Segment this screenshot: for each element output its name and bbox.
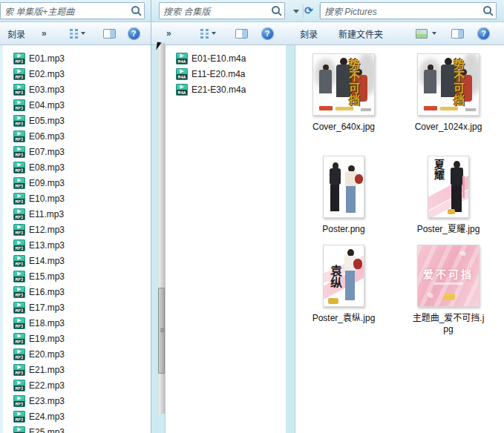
audio-file-icon: MP3 [13, 426, 25, 433]
change-view-icon[interactable] [416, 29, 428, 39]
thumbnail-xia-image[interactable]: 夏耀 [428, 156, 469, 218]
file-label: Cover_640x.jpg [312, 122, 375, 133]
thumbnail-duo-image[interactable] [323, 156, 364, 218]
help-icon[interactable]: ? [128, 27, 140, 40]
file-row[interactable]: M4AE01-E10.m4a [166, 50, 286, 66]
audio-format-label: MP3 [14, 417, 24, 422]
audio-file-icon: MP3 [13, 333, 25, 345]
file-row[interactable]: MP3E13.mp3 [3, 237, 151, 253]
search-box[interactable] [320, 2, 497, 19]
audio-format-label: MP3 [14, 199, 24, 204]
toolbar-overflow-button[interactable]: » [163, 26, 174, 41]
chevron-down-icon[interactable] [432, 32, 436, 35]
file-row[interactable]: MP3E02.mp3 [3, 66, 151, 82]
file-row[interactable]: M4AE11-E20.m4a [166, 66, 286, 82]
file-name: E21-E30.m4a [192, 85, 246, 95]
file-row[interactable]: MP3E17.mp3 [3, 300, 151, 315]
preview-pane-icon[interactable] [103, 29, 116, 39]
play-icon [176, 67, 188, 74]
change-view-icon[interactable] [69, 28, 79, 39]
audio-file-icon: MP3 [13, 286, 25, 298]
preview-pane-icon[interactable] [451, 29, 464, 39]
audio-file-icon: MP3 [13, 208, 25, 220]
audio-format-label: M4A [177, 74, 187, 79]
file-row[interactable]: MP3E04.mp3 [3, 97, 151, 113]
file-row[interactable]: MP3E16.mp3 [3, 284, 151, 300]
audio-format-label: MP3 [14, 121, 24, 126]
new-folder-button[interactable]: 新建文件夹 [336, 25, 386, 42]
search-input[interactable] [321, 3, 496, 19]
burn-button[interactable]: 刻录 [4, 25, 28, 42]
file-name: E21.mp3 [29, 365, 65, 375]
chevron-down-icon[interactable] [212, 32, 216, 35]
file-row[interactable]: MP3E15.mp3 [3, 268, 151, 284]
file-row[interactable]: MP3E21.mp3 [3, 362, 151, 377]
preview-pane-icon[interactable] [235, 29, 248, 39]
play-icon [13, 394, 25, 401]
thumbnail-item[interactable]: 袁纵Poster_袁纵.jpg [300, 245, 387, 324]
file-row[interactable]: MP3E20.mp3 [3, 346, 151, 362]
file-row[interactable]: MP3E18.mp3 [3, 315, 151, 331]
command-toolbar: » ? [151, 22, 289, 45]
file-row[interactable]: MP3E12.mp3 [3, 222, 151, 237]
address-history-chevron-icon[interactable] [293, 10, 299, 13]
audio-file-icon: MP3 [13, 99, 25, 111]
search-box[interactable] [159, 2, 285, 19]
play-icon [13, 301, 25, 308]
file-row[interactable]: MP3E09.mp3 [3, 175, 151, 191]
chevron-down-icon[interactable] [81, 32, 85, 35]
audio-file-icon: MP3 [13, 364, 25, 376]
thumbnail-yuan-image[interactable]: 袁纵 [323, 245, 364, 307]
file-row[interactable]: MP3E19.mp3 [3, 331, 151, 346]
explorer-window-singles: 刻录 » ? MP3E01.mp3MP3E02.mp3MP3E03.mp3MP3… [0, 0, 151, 433]
play-icon [13, 363, 25, 370]
thumbnail-item[interactable]: Poster.png [300, 156, 387, 235]
thumbnail-item[interactable]: 爱不可挡主题曲_爱不可挡.jpg [405, 245, 492, 335]
search-box[interactable] [0, 2, 145, 19]
file-row[interactable]: MP3E23.mp3 [3, 393, 151, 409]
refresh-icon[interactable] [304, 5, 313, 16]
thumbnail-cover-image[interactable]: 势不可挡 [312, 53, 375, 116]
help-icon[interactable]: ? [261, 27, 274, 40]
thumbnail-theme-image[interactable]: 爱不可挡 [417, 245, 480, 307]
play-icon [13, 130, 25, 136]
thumbnail-item[interactable]: 势不可挡Cover_640x.jpg [300, 53, 387, 133]
file-row[interactable]: MP3E14.mp3 [3, 253, 151, 268]
audio-format-label: MP3 [14, 323, 24, 328]
file-row[interactable]: M4AE21-E30.m4a [166, 82, 286, 97]
file-list: M4AE01-E10.m4aM4AE11-E20.m4aM4AE21-E30.m… [166, 45, 286, 97]
help-icon[interactable]: ? [477, 27, 490, 40]
file-row[interactable]: MP3E06.mp3 [3, 128, 151, 144]
file-name: E12.mp3 [29, 225, 65, 235]
file-row[interactable]: MP3E03.mp3 [3, 82, 151, 97]
file-row[interactable]: MP3E01.mp3 [3, 50, 151, 66]
audio-file-icon: MP3 [13, 193, 25, 205]
play-icon [13, 83, 25, 90]
search-icon [482, 6, 493, 16]
search-input[interactable] [1, 3, 144, 19]
audio-file-icon: MP3 [13, 239, 25, 251]
file-row[interactable]: MP3E07.mp3 [3, 144, 151, 159]
audio-format-label: MP3 [14, 74, 24, 79]
file-row[interactable]: MP3E08.mp3 [3, 159, 151, 175]
file-row[interactable]: MP3E10.mp3 [3, 191, 151, 206]
file-row[interactable]: MP3E22.mp3 [3, 377, 151, 393]
file-name: E25.mp3 [29, 427, 65, 433]
file-row[interactable]: MP3E05.mp3 [3, 113, 151, 128]
thumbnail-cover-image[interactable]: 势不可挡 [417, 53, 480, 116]
play-icon [176, 83, 188, 90]
file-row[interactable]: MP3E24.mp3 [3, 409, 151, 424]
toolbar-overflow-button[interactable]: » [39, 26, 50, 41]
file-name: E01.mp3 [29, 53, 65, 64]
audio-file-icon: MP3 [13, 395, 25, 407]
search-input[interactable] [160, 3, 284, 19]
scrollbar-thumb[interactable] [158, 288, 165, 374]
burn-button[interactable]: 刻录 [297, 25, 321, 42]
file-row[interactable]: MP3E11.mp3 [3, 206, 151, 222]
file-row[interactable]: MP3E25.mp3 [3, 424, 151, 433]
thumbnail-item[interactable]: 夏耀Poster_夏耀.jpg [405, 156, 492, 235]
thumbnail-item[interactable]: 势不可挡Cover_1024x.jpg [405, 53, 492, 133]
change-view-icon[interactable] [200, 28, 209, 39]
file-name: E23.mp3 [29, 396, 65, 406]
play-icon [13, 379, 25, 386]
